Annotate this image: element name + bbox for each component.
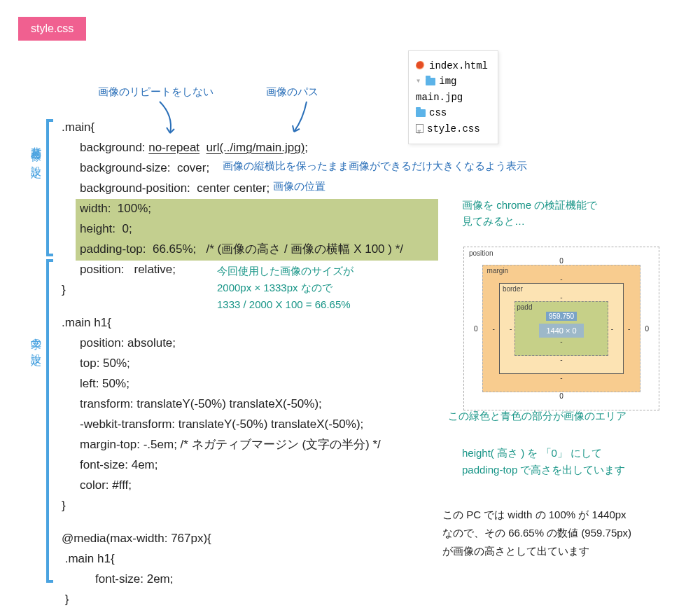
code-line: .main h1{ — [62, 313, 403, 333]
folder-icon — [426, 78, 435, 85]
anno-cover: 画像の縦横比を保ったまま画像ができるだけ大きくなるよう表示 — [223, 160, 527, 173]
code-line: padding-top: 66.65%; /* (画像の高さ / 画像の横幅 X… — [62, 240, 403, 260]
code-line: } — [62, 610, 403, 615]
code-line: top: 50%; — [62, 354, 403, 374]
anno-norepeat: 画像のリピートをしない — [98, 85, 214, 99]
code-line: color: #fff; — [62, 476, 403, 496]
bm-padding: padd 959.750 1440 × 0 - — [514, 301, 608, 356]
anno-chrome2: 見てみると… — [462, 215, 525, 228]
anno-height2: padding-top で高さを出しています — [462, 464, 625, 477]
bm-content-value: 1440 × 0 — [539, 324, 583, 338]
code-line: background-position: center center; — [62, 179, 403, 199]
bm-val: - — [528, 338, 595, 345]
filetree-item-label: img — [439, 74, 456, 89]
code-line: width: 100%; — [62, 199, 403, 219]
bm-val: - — [493, 275, 631, 283]
code-line: .main h1{ — [62, 549, 403, 569]
bm-label-padding: padd — [517, 303, 532, 311]
anno-position: 画像の位置 — [273, 180, 326, 193]
anno-chrome1: 画像を chrome の検証機能で — [462, 199, 597, 212]
code-line: height: 0; — [62, 219, 403, 240]
file-tree: index.html ▾img main.jpg css style.css — [408, 50, 498, 144]
file-badge-label: style.css — [31, 22, 74, 34]
bm-val: - — [493, 374, 631, 382]
filetree-row: style.css — [416, 121, 488, 137]
filetree-item-label: style.css — [427, 121, 480, 137]
expand-icon: ▾ — [416, 75, 421, 88]
anno-pc2: なので、その 66.65% の数値 (959.75px) — [442, 527, 631, 540]
code-line: .main{ — [62, 118, 403, 138]
code-line: -webkit-transform: translateY(-50%) tran… — [62, 415, 403, 435]
bm-margin: margin - - border - - padd 959.750 1440 … — [482, 265, 641, 392]
anno-pc1: この PC では width の 100% が 1440px — [442, 509, 626, 522]
underline-url: url(../img/main.jpg) — [206, 141, 305, 154]
bm-val: - — [510, 356, 613, 364]
anno-area: この緑色と青色の部分が画像のエリア — [448, 410, 626, 423]
bm-border: border - - padd 959.750 1440 × 0 - - — [499, 283, 624, 374]
box-model-diagram: position 0 0 margin - - border - - padd — [463, 247, 659, 410]
anno-pc3: が画像の高さとして出ています — [442, 545, 589, 558]
bm-val: - — [510, 325, 512, 333]
bm-val: 0 — [474, 392, 649, 400]
bm-position: position 0 0 margin - - border - - padd — [463, 247, 659, 410]
file-badge: style.css — [18, 17, 86, 41]
code-line: left: 50%; — [62, 374, 403, 394]
css-file-icon — [416, 124, 424, 133]
bm-val: - — [611, 325, 613, 333]
filetree-item-label: index.html — [429, 58, 488, 74]
html-icon — [416, 61, 426, 71]
anno-calc1: 今回使用した画像のサイズが — [217, 265, 354, 278]
anno-height1: height( 高さ ) を 「0」 にして — [462, 447, 602, 460]
bm-label-position: position — [469, 249, 493, 257]
bracket-text-label: 文字の設定 — [29, 329, 43, 348]
folder-icon — [416, 109, 426, 117]
filetree-row: index.html — [416, 58, 488, 74]
bm-val: - — [493, 325, 495, 333]
code-block: .main{ background: no-repeat url(../img/… — [62, 118, 403, 615]
filetree-row: main.jpg — [416, 90, 488, 105]
anno-calc2: 2000px × 1333px なので — [217, 282, 332, 295]
code-line: background: no-repeat url(../img/main.jp… — [62, 138, 403, 158]
bm-label-border: border — [503, 285, 523, 293]
code-line: @media(max-width: 767px){ — [62, 529, 403, 549]
code-line: font-size: 4em; — [62, 455, 403, 476]
bm-val: - — [510, 293, 613, 301]
bm-val: 0 — [645, 325, 649, 333]
anno-path: 画像のパス — [266, 85, 318, 99]
blank-line — [62, 516, 403, 529]
arrow-icon — [300, 98, 328, 142]
filetree-item-label: main.jpg — [416, 90, 463, 105]
bm-padding-top-value: 959.750 — [546, 312, 577, 321]
code-line: margin-top: -.5em; /* ネガティブマージン (文字の半分) … — [62, 435, 403, 455]
code-line: } — [62, 496, 403, 516]
bm-label-margin: margin — [487, 267, 509, 275]
filetree-row: ▾img — [416, 74, 488, 89]
anno-calc3: 1333 / 2000 X 100 = 66.65% — [217, 298, 351, 310]
code-line: font-size: 2em; — [62, 569, 403, 590]
filetree-row: css — [416, 105, 488, 120]
filetree-item-label: css — [429, 105, 447, 120]
underline-norepeat: no-repeat — [148, 141, 200, 154]
code-line: position: absolute; — [62, 333, 403, 354]
bracket-bg — [46, 119, 53, 256]
bracket-bg-label: 背景画像の設定 — [29, 139, 43, 160]
bm-val: 0 — [474, 257, 649, 265]
bm-val: 0 — [474, 325, 478, 333]
bracket-text — [46, 259, 53, 583]
bm-val: - — [628, 325, 630, 333]
arrow-icon — [153, 98, 181, 142]
code-line: } — [62, 590, 403, 610]
code-line: transform: translateY(-50%) translateX(-… — [62, 394, 403, 415]
